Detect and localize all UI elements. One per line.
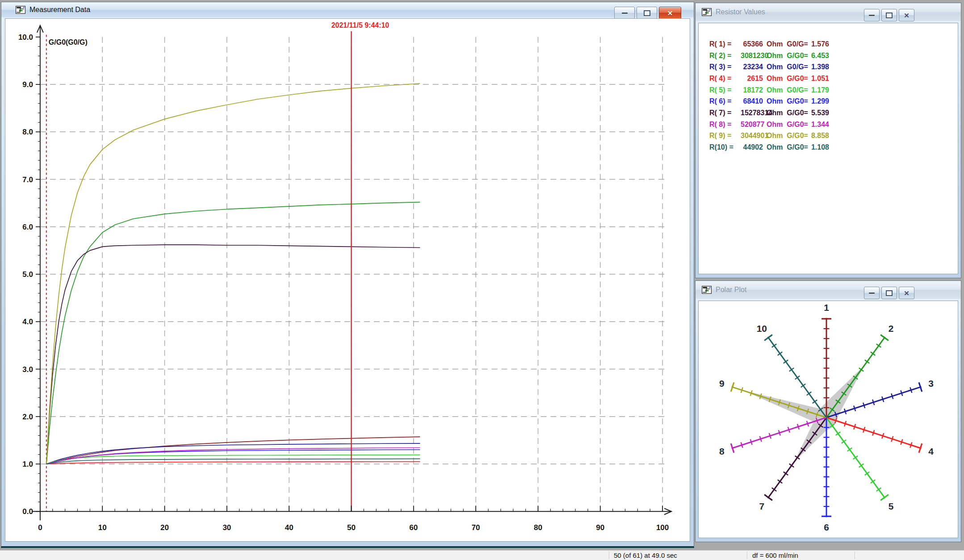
close-icon: ✕: [904, 12, 910, 19]
resistor-label: R( 7) =: [709, 109, 741, 117]
resistor-ratio-label: Ohm G0/G=: [767, 40, 805, 48]
svg-text:100: 100: [656, 523, 669, 532]
status-flow: df = 600 ml/min: [752, 551, 798, 560]
svg-text:G/G0(G0/G): G/G0(G0/G): [49, 38, 88, 46]
resistor-ratio-value: 1.179: [805, 86, 829, 94]
resistor-values-panel: R( 1) =65366Ohm G0/G=1.576R( 2) =3081230…: [698, 23, 958, 274]
svg-text:80: 80: [534, 523, 542, 532]
maximize-icon: [886, 290, 893, 296]
polar-titlebar[interactable]: Polar Plot ✕: [696, 281, 961, 299]
close-button[interactable]: ✕: [899, 9, 914, 21]
resistor-row: R( 9) =3044901Ohm G/G0=8.858: [699, 130, 958, 142]
svg-text:90: 90: [596, 523, 604, 532]
resistor-row: R( 2) =3081230Ohm G/G0=6.453: [699, 50, 958, 62]
svg-text:2.0: 2.0: [22, 413, 33, 421]
desktop: { "measurement_window": { "title": "Meas…: [0, 0, 964, 560]
close-button[interactable]: ✕: [899, 287, 914, 299]
svg-text:10: 10: [757, 323, 767, 334]
close-icon: ✕: [904, 290, 910, 297]
svg-text:10.0: 10.0: [18, 33, 33, 42]
resistor-ohm-value: 3081230: [741, 52, 763, 60]
resistor-label: R(10) =: [709, 143, 741, 151]
svg-text:9.0: 9.0: [22, 80, 33, 89]
svg-text:40: 40: [285, 523, 293, 532]
resistor-values-window: Resistor Values ✕ R( 1) =65366Ohm G0/G=1…: [695, 3, 961, 278]
resistor-ohm-value: 44902: [741, 143, 763, 151]
svg-text:70: 70: [472, 523, 480, 532]
maximize-button[interactable]: [637, 7, 657, 19]
resistor-ratio-label: Ohm G/G0=: [767, 143, 805, 151]
minimize-icon: [622, 13, 628, 14]
status-progress: 50 (of 61) at 49.0 sec: [614, 551, 677, 560]
resistor-label: R( 9) =: [709, 132, 741, 140]
resistor-ratio-label: Ohm G/G0=: [767, 97, 805, 105]
resistor-ratio-value: 6.453: [805, 52, 829, 60]
maximize-icon: [644, 10, 650, 16]
resistor-row: R( 5) =18172Ohm G0/G=1.179: [699, 84, 958, 96]
resistor-label: R( 5) =: [709, 86, 741, 94]
polar-chart: 12345678910: [699, 301, 958, 538]
resistor-ohm-value: 3044901: [741, 132, 763, 140]
chart-icon: [16, 6, 25, 14]
resistor-ohm-value: 68410: [741, 97, 763, 105]
resistor-ratio-label: Ohm G/G0=: [767, 121, 805, 129]
resistor-row: R( 1) =65366Ohm G0/G=1.576: [699, 38, 958, 50]
line-chart[interactable]: 2021/11/5 9:44:1001020304050607080901000…: [5, 19, 690, 541]
resistor-label: R( 3) =: [709, 63, 741, 71]
minimize-button[interactable]: [614, 7, 635, 19]
resistor-ratio-label: Ohm G0/G=: [767, 86, 805, 94]
resistor-label: R( 6) =: [709, 97, 741, 105]
svg-text:30: 30: [222, 523, 231, 532]
chart-icon: [702, 286, 712, 294]
maximize-button[interactable]: [881, 287, 897, 299]
resistor-row: R( 3) =23234Ohm G0/G=1.398: [699, 61, 958, 73]
svg-text:7.0: 7.0: [22, 176, 33, 184]
close-icon: ✕: [667, 10, 673, 17]
resistor-ratio-value: 1.344: [805, 121, 829, 129]
svg-text:1.0: 1.0: [22, 460, 33, 468]
resistor-ratio-label: Ohm G/G0=: [767, 132, 805, 140]
svg-text:8: 8: [719, 446, 725, 456]
svg-text:6: 6: [824, 522, 829, 532]
chart-icon: [702, 8, 712, 16]
status-separator: [609, 552, 609, 559]
measurement-data-window: Measurement Data ✕ 2021/11/5 9:44:100102…: [1, 2, 694, 548]
resistor-label: R( 8) =: [709, 121, 741, 129]
polar-plot-window: Polar Plot ✕ 12345678910: [695, 280, 961, 542]
resistor-row: R( 8) =520877Ohm G/G0=1.344: [699, 119, 958, 130]
svg-text:6.0: 6.0: [22, 223, 33, 231]
svg-text:7: 7: [759, 501, 765, 511]
resistor-ratio-value: 1.051: [805, 75, 829, 83]
close-button[interactable]: ✕: [659, 7, 681, 19]
svg-text:10: 10: [98, 523, 107, 532]
measurement-titlebar[interactable]: Measurement Data ✕: [1, 2, 694, 17]
maximize-button[interactable]: [881, 9, 897, 21]
svg-text:2: 2: [889, 323, 894, 334]
resistor-ratio-label: Ohm G0/G=: [767, 63, 805, 71]
resistor-ratio-value: 8.858: [805, 132, 829, 140]
svg-text:1: 1: [824, 302, 829, 313]
window-title: Polar Plot: [716, 286, 746, 294]
minimize-icon: [869, 15, 875, 16]
status-separator: [747, 552, 747, 559]
minimize-button[interactable]: [864, 287, 880, 299]
svg-text:3.0: 3.0: [22, 365, 33, 374]
resistor-label: R( 2) =: [709, 52, 741, 60]
svg-text:3: 3: [928, 378, 934, 389]
svg-text:4.0: 4.0: [22, 318, 33, 326]
svg-text:9: 9: [719, 378, 725, 389]
resistor-ohm-value: 520877: [741, 121, 763, 129]
svg-text:20: 20: [160, 523, 169, 532]
svg-text:2021/11/5 9:44:10: 2021/11/5 9:44:10: [331, 21, 390, 29]
svg-text:60: 60: [409, 523, 418, 532]
resistor-titlebar[interactable]: Resistor Values ✕: [696, 3, 961, 21]
resistor-ratio-value: 1.299: [805, 97, 829, 105]
svg-text:4: 4: [928, 446, 934, 456]
maximize-icon: [886, 13, 893, 18]
minimize-icon: [869, 293, 875, 294]
resistor-ratio-value: 5.539: [805, 109, 829, 117]
minimize-button[interactable]: [864, 9, 880, 21]
svg-text:50: 50: [347, 523, 356, 532]
svg-text:0: 0: [38, 523, 42, 532]
svg-text:0.0: 0.0: [22, 507, 33, 516]
